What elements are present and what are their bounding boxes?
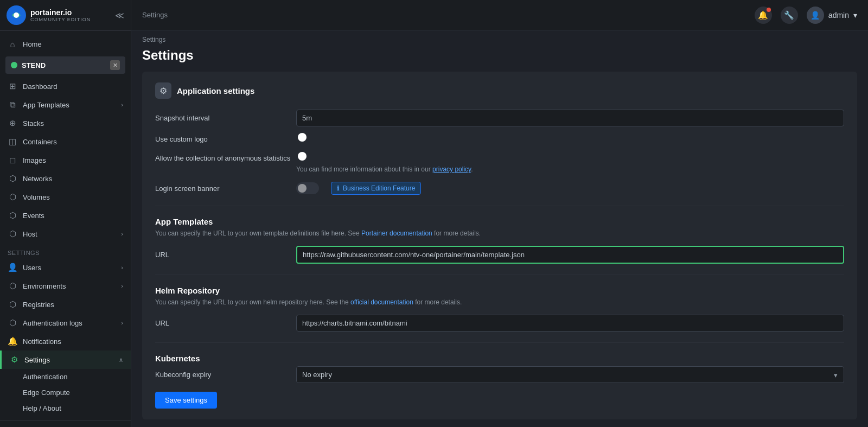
env-badge: STEND ✕ xyxy=(5,56,125,74)
edge-compute-label: Edge Compute xyxy=(23,388,70,397)
portainer-docs-link[interactable]: Portainer documentation xyxy=(361,230,432,237)
anon-stats-desc: You can find more information about this… xyxy=(296,165,844,173)
sidebar-item-registries[interactable]: ⬡ Registries xyxy=(0,295,131,314)
settings-section-label: Settings xyxy=(0,243,131,258)
notifications-icon: 🔔 xyxy=(8,336,17,346)
login-banner-row: Login screen banner ℹ Business Edition F… xyxy=(155,182,844,195)
sidebar-item-containers[interactable]: ◫ Containers xyxy=(0,132,131,151)
logo-text: portainer.io COMMUNITY EDITION xyxy=(30,8,91,22)
business-badge-text: Business Edition Feature xyxy=(343,184,415,192)
login-banner-toggle[interactable] xyxy=(296,182,319,194)
users-chevron: › xyxy=(121,264,123,271)
privacy-policy-link[interactable]: privacy policy xyxy=(432,165,471,173)
username: admin xyxy=(828,11,849,20)
dashboard-label: Dashboard xyxy=(23,82,123,91)
sidebar-item-settings[interactable]: ⚙ Settings ∧ xyxy=(0,350,131,369)
volumes-label: Volumes xyxy=(23,193,123,201)
sidebar-item-environments[interactable]: ⬡ Environments › xyxy=(0,277,131,295)
user-chevron: ▾ xyxy=(853,11,857,20)
collapse-sidebar-button[interactable]: ≪ xyxy=(115,10,124,21)
env-name: STEND xyxy=(22,61,46,69)
svg-point-1 xyxy=(14,12,19,18)
stacks-label: Stacks xyxy=(23,119,123,128)
sidebar-item-users[interactable]: 👤 Users › xyxy=(0,258,131,277)
sidebar-item-help-about[interactable]: Help / About xyxy=(0,400,131,416)
card-header-app-settings: ⚙ Application settings xyxy=(155,82,844,99)
app-templates-label: App Templates xyxy=(23,101,116,109)
sidebar-item-app-templates[interactable]: ⧉ App Templates › xyxy=(0,95,131,114)
sidebar-item-notifications[interactable]: 🔔 Notifications xyxy=(0,332,131,350)
app-templates-section-title: App Templates xyxy=(155,217,844,226)
stacks-icon: ⊕ xyxy=(8,118,17,128)
save-settings-button[interactable]: Save settings xyxy=(155,392,217,409)
notifications-bell-button[interactable]: 🔔 xyxy=(755,7,772,24)
login-banner-control: ℹ Business Edition Feature xyxy=(296,182,844,195)
portainer-icon-button[interactable]: 🔧 xyxy=(781,7,798,24)
helm-url-input[interactable] xyxy=(296,315,844,332)
notification-badge xyxy=(767,8,771,12)
snapshot-interval-control xyxy=(296,110,844,126)
sidebar-item-events[interactable]: ⬡ Events xyxy=(0,206,131,225)
topbar: Settings 🔔 🔧 👤 admin ▾ xyxy=(131,0,868,30)
help-about-label: Help / About xyxy=(23,404,61,412)
kubeconfig-expiry-label: Kubeconfig expiry xyxy=(155,371,296,379)
snapshot-interval-label: Snapshot interval xyxy=(155,114,296,122)
app-templates-desc: You can specify the URL to your own temp… xyxy=(155,230,844,237)
kubeconfig-expiry-select[interactable]: No expiry 24 hours 7 days 30 days xyxy=(296,366,844,383)
anon-stats-control: You can find more information about this… xyxy=(296,154,844,173)
auth-logs-icon: ⬡ xyxy=(8,318,17,328)
sidebar-nav: ⌂ Home STEND ✕ ⊞ Dashboard ⧉ App Templat… xyxy=(0,31,131,420)
environments-icon: ⬡ xyxy=(8,281,17,291)
sidebar-footer: portainer.io Community Edition 2.16.1 Up… xyxy=(0,420,131,427)
application-settings-card: ⚙ Application settings Snapshot interval… xyxy=(142,72,857,419)
networks-icon: ⬡ xyxy=(8,174,17,183)
host-label: Host xyxy=(23,230,116,238)
settings-chevron: ∧ xyxy=(119,356,123,364)
kubeconfig-expiry-wrapper: No expiry 24 hours 7 days 30 days xyxy=(296,366,844,383)
sidebar-item-volumes[interactable]: ⬡ Volumes xyxy=(0,188,131,206)
app-settings-icon: ⚙ xyxy=(155,82,171,99)
sidebar-item-authentication[interactable]: Authentication xyxy=(0,369,131,385)
sidebar-item-dashboard[interactable]: ⊞ Dashboard xyxy=(0,77,131,95)
home-icon: ⌂ xyxy=(8,40,17,49)
sidebar-item-edge-compute[interactable]: Edge Compute xyxy=(0,385,131,400)
helm-url-control xyxy=(296,315,844,332)
dashboard-icon: ⊞ xyxy=(8,81,17,91)
containers-label: Containers xyxy=(23,138,123,146)
page-breadcrumb: Settings xyxy=(131,30,868,46)
env-badge-left: STEND xyxy=(11,61,46,69)
home-label: Home xyxy=(23,40,123,48)
topbar-right: 🔔 🔧 👤 admin ▾ xyxy=(755,7,857,24)
events-icon: ⬡ xyxy=(8,211,17,220)
breadcrumb: Settings xyxy=(142,11,168,19)
app-templates-url-label: URL xyxy=(155,251,296,259)
app-settings-title: Application settings xyxy=(177,86,254,95)
helm-url-row: URL xyxy=(155,315,844,332)
sidebar-item-stacks[interactable]: ⊕ Stacks xyxy=(0,114,131,132)
sidebar-item-networks[interactable]: ⬡ Networks xyxy=(0,169,131,188)
containers-icon: ◫ xyxy=(8,137,17,146)
settings-label: Settings xyxy=(24,356,113,364)
registries-label: Registries xyxy=(23,301,123,309)
environments-label: Environments xyxy=(23,282,116,290)
user-menu[interactable]: 👤 admin ▾ xyxy=(807,7,857,24)
volumes-icon: ⬡ xyxy=(8,192,17,202)
helm-docs-link[interactable]: official documentation xyxy=(350,298,413,306)
app-templates-icon: ⧉ xyxy=(8,100,17,110)
page-title: Settings xyxy=(131,46,868,72)
networks-label: Networks xyxy=(23,175,123,183)
custom-logo-row: Use custom logo xyxy=(155,135,844,143)
authentication-label: Authentication xyxy=(23,373,67,381)
logo-area: portainer.io COMMUNITY EDITION xyxy=(7,5,91,25)
snapshot-interval-input[interactable] xyxy=(296,110,844,126)
sidebar-item-images[interactable]: ◻ Images xyxy=(0,151,131,169)
env-close-button[interactable]: ✕ xyxy=(110,60,120,70)
sidebar-item-home[interactable]: ⌂ Home xyxy=(0,35,131,53)
sidebar-item-auth-logs[interactable]: ⬡ Authentication logs › xyxy=(0,314,131,332)
helm-url-label: URL xyxy=(155,319,296,327)
app-templates-url-input[interactable] xyxy=(296,246,844,264)
host-icon: ⬡ xyxy=(8,229,17,239)
sidebar-item-host[interactable]: ⬡ Host › xyxy=(0,225,131,243)
anon-stats-row: Allow the collection of anonymous statis… xyxy=(155,152,844,173)
login-banner-slider xyxy=(296,182,319,194)
